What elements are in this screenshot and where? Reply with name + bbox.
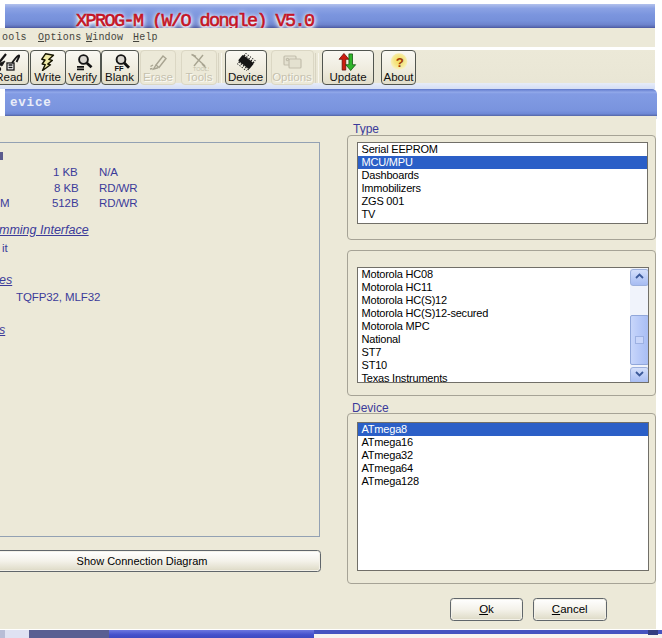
svg-text:?: ? xyxy=(395,55,403,70)
svg-text:FF: FF xyxy=(114,64,124,72)
